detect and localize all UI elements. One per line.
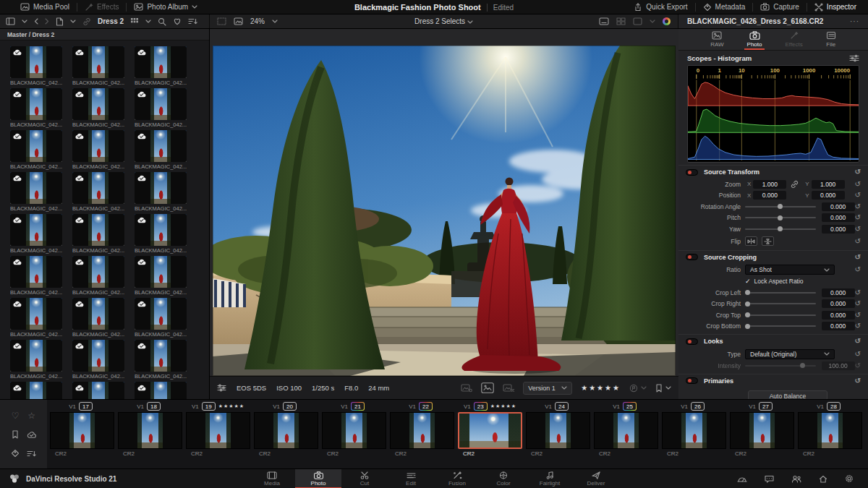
reset-icon[interactable]: ↺ [855,192,861,199]
pitch-slider[interactable] [745,217,816,218]
reset-icon[interactable]: ↺ [855,181,861,188]
crop-left-slider[interactable] [745,292,816,294]
favorite-heart-icon[interactable] [173,17,182,25]
source-cropping-toggle[interactable] [686,254,698,260]
reset-icon[interactable]: ↺ [855,226,861,233]
filmstrip-item[interactable]: V1 19 ★★★★★ CR2 [185,401,251,468]
media-thumbnail[interactable] [10,130,62,162]
rotation-field[interactable]: 0.000 [822,202,855,211]
grid-view-icon[interactable] [130,17,139,26]
media-thumbnail[interactable] [10,214,62,246]
media-thumbnail-item[interactable]: BLACKMAGIC_042... [135,130,187,170]
zoom-y-field[interactable]: 1.000 [812,180,845,189]
page-tab-color[interactable]: Color [480,469,527,488]
rotation-slider[interactable] [745,206,816,207]
viewer-photo[interactable] [213,46,676,376]
filmstrip-item[interactable]: V1 25 CR2 [593,401,659,468]
media-thumbnail[interactable] [72,172,124,204]
looks-toggle[interactable] [686,338,698,345]
reset-icon[interactable]: ↺ [855,289,861,296]
quick-export-button[interactable]: Quick Export [626,0,694,14]
primaries-toggle[interactable] [686,377,698,384]
media-thumbnail[interactable] [72,340,124,372]
lock-aspect-checkbox[interactable]: ✓ [745,278,751,285]
media-thumbnail-item[interactable]: BLACKMAGIC_042... [72,256,124,296]
page-tab-photo[interactable]: Photo [295,469,341,488]
media-pool-button[interactable]: Media Pool [13,0,77,14]
single-view-icon[interactable] [599,17,609,25]
image-reject-icon[interactable] [503,383,514,393]
collection-name[interactable]: Dress 2 [98,17,124,25]
flip-horizontal-button[interactable] [745,236,757,246]
multi-view-icon[interactable] [616,17,626,25]
media-thumbnail-item[interactable]: BLACKMAGIC_042... [10,382,62,399]
options-menu-button[interactable]: ··· [850,17,859,25]
media-thumbnail-item[interactable]: BLACKMAGIC_042... [135,46,187,86]
media-thumbnail-item[interactable]: BLACKMAGIC_042... [135,88,187,128]
cloud-icon[interactable] [27,431,36,439]
reset-icon[interactable]: ↺ [855,338,861,345]
reset-icon[interactable]: ↺ [855,300,861,307]
forward-icon[interactable] [45,18,49,25]
media-thumbnail[interactable] [72,46,124,78]
filmstrip-thumbnail[interactable] [594,412,658,449]
media-thumbnail[interactable] [72,298,124,330]
position-x-field[interactable]: 0.000 [753,191,786,200]
chevron-down-icon[interactable] [650,20,655,23]
crop-left-field[interactable]: 0.000 [822,288,855,297]
home-icon[interactable] [819,475,827,483]
filmstrip-thumbnail[interactable] [458,412,522,449]
page-tab-fairlight[interactable]: Fairlight [527,469,573,488]
filmstrip-item[interactable]: V1 22 CR2 [389,401,455,468]
chevron-down-icon[interactable] [70,20,76,23]
capture-button[interactable]: Capture [753,0,807,14]
filmstrip-item[interactable]: V1 24 CR2 [525,401,591,468]
source-transform-toggle[interactable] [686,169,698,176]
media-thumbnail-item[interactable]: BLACKMAGIC_042... [72,214,124,254]
inspector-button[interactable]: Inspector [807,0,868,14]
filmstrip-item[interactable]: V1 28 CR2 [797,401,863,468]
tab-photo[interactable]: Photo [744,29,765,50]
media-thumbnail-item[interactable]: BLACKMAGIC_042... [10,214,62,254]
auto-balance-button[interactable]: Auto Balance [748,390,827,400]
filmstrip-item[interactable]: V1 27 CR2 [729,401,795,468]
media-thumbnail[interactable] [72,382,124,399]
page-tab-edit[interactable]: Edit [388,469,434,488]
tag-icon[interactable] [11,449,20,458]
link-xy-icon[interactable] [790,180,799,189]
page-tab-deliver[interactable]: Deliver [573,469,619,488]
sort-icon[interactable] [188,17,197,25]
media-thumbnail-item[interactable]: BLACKMAGIC_042... [72,46,124,86]
reset-icon[interactable]: ↺ [855,312,861,319]
tab-effects[interactable]: Effects [782,29,805,50]
media-thumbnail[interactable] [72,88,124,120]
media-thumbnail-item[interactable]: BLACKMAGIC_042... [10,256,62,296]
reset-icon[interactable]: ↺ [855,214,861,221]
media-thumbnail[interactable] [135,214,187,246]
bookmark-icon[interactable] [12,430,19,439]
chat-icon[interactable] [765,475,774,483]
filmstrip-thumbnail[interactable] [322,412,386,449]
crop-top-slider[interactable] [745,314,816,316]
media-thumbnail-item[interactable]: BLACKMAGIC_042... [135,172,187,212]
media-thumbnail-item[interactable]: BLACKMAGIC_042... [10,130,62,170]
ratio-dropdown[interactable]: As Shot [745,265,835,275]
media-thumbnail-item[interactable]: BLACKMAGIC_042... [72,340,124,380]
star-rating[interactable]: ★★★★★ [581,384,621,392]
media-thumbnail-item[interactable]: BLACKMAGIC_042... [135,340,187,380]
collaboration-users-icon[interactable] [791,475,801,483]
new-album-icon[interactable] [56,17,64,26]
media-thumbnail-item[interactable]: BLACKMAGIC_042... [135,298,187,338]
filmstrip-item[interactable]: V1 17 CR2 [49,401,115,468]
yaw-field[interactable]: 0.000 [822,225,855,234]
filmstrip-thumbnail[interactable] [526,412,590,449]
zoom-x-field[interactable]: 1.000 [753,180,786,189]
performance-gauge-icon[interactable] [737,475,747,483]
filmstrip-thumbnail[interactable] [390,412,454,449]
crop-right-field[interactable]: 0.000 [822,299,855,308]
media-thumbnail[interactable] [135,340,187,372]
filmstrip-thumbnail[interactable] [254,412,318,449]
looks-type-dropdown[interactable]: Default (Original) [745,349,835,359]
filmstrip-thumbnail[interactable] [118,412,182,449]
histogram-scope[interactable]: 0110100100010000 [687,65,859,163]
